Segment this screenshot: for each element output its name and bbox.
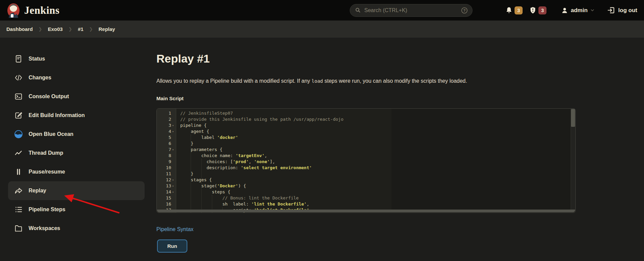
document-icon	[14, 54, 23, 63]
notifications-count-badge[interactable]: 3	[515, 6, 523, 14]
search-icon	[355, 7, 361, 13]
sidebar-item-label: Open Blue Ocean	[29, 131, 73, 137]
description-text: steps were run, you can also modify the …	[323, 78, 467, 84]
breadcrumb-replay[interactable]: Replay	[99, 26, 115, 32]
fold-toggle-icon[interactable]: ▾	[171, 122, 175, 128]
breadcrumb: Dashboard ❯ Exo03 ❯ #1 ❯ Replay	[0, 21, 644, 38]
user-menu[interactable]: admin	[561, 7, 595, 14]
replay-arrow-icon	[14, 186, 23, 195]
sidebar-item-label: Workspaces	[29, 225, 60, 231]
sidebar-item-console-output[interactable]: Console Output	[8, 87, 145, 106]
sidebar-item-label: Changes	[29, 75, 51, 81]
sidebar-item-pipeline-steps[interactable]: Pipeline Steps	[8, 200, 145, 219]
editor-vertical-scrollbar[interactable]	[571, 109, 575, 210]
replay-description: Allows you to replay a Pipeline build wi…	[156, 78, 467, 84]
blue-ocean-icon	[14, 130, 23, 139]
logout-label: log out	[618, 7, 637, 14]
jenkins-logo-icon	[7, 3, 20, 18]
main-script-label: Main Script	[156, 96, 184, 101]
sidebar-item-changes[interactable]: Changes	[8, 68, 145, 87]
jenkins-home-link[interactable]: Jenkins	[7, 3, 60, 18]
indent-guide	[201, 159, 202, 213]
sidebar-item-status[interactable]: Status	[8, 49, 145, 68]
terminal-icon	[14, 92, 23, 101]
breadcrumb-build[interactable]: #1	[78, 26, 83, 32]
sidebar-item-label: Console Output	[29, 94, 69, 100]
sidebar-item-workspaces[interactable]: Workspaces	[8, 219, 145, 238]
logout-button[interactable]: log out	[607, 6, 637, 14]
breadcrumb-separator-icon: ❯	[89, 27, 93, 32]
sidebar-item-label: Edit Build Information	[29, 112, 85, 118]
inline-code-load: load	[312, 78, 323, 84]
sidebar-item-label: Status	[29, 56, 45, 62]
code-icon	[14, 73, 23, 82]
shield-warning-icon	[529, 6, 537, 14]
help-icon[interactable]: ?	[461, 7, 468, 14]
sidebar-item-edit-build-information[interactable]: Edit Build Information	[8, 106, 145, 125]
edit-icon	[14, 111, 23, 120]
editor-background-panel	[391, 109, 571, 210]
breadcrumb-separator-icon: ❯	[38, 27, 42, 32]
breadcrumb-dashboard[interactable]: Dashboard	[6, 26, 33, 32]
top-bar: Jenkins ? 3 3	[0, 0, 644, 21]
description-text: Allows you to replay a Pipeline build wi…	[156, 78, 312, 84]
sidebar-item-label: Pipeline Steps	[29, 207, 65, 213]
indent-guide	[191, 135, 191, 213]
search-box[interactable]: ?	[350, 4, 472, 17]
sidebar-item-label: Pause/resume	[29, 169, 65, 175]
sidebar-item-label: Thread Dump	[29, 150, 63, 156]
breadcrumb-job[interactable]: Exo03	[48, 26, 63, 32]
logout-icon	[607, 6, 615, 14]
sidebar-item-pause-resume[interactable]: Pause/resume	[8, 162, 145, 181]
security-count-badge[interactable]: 3	[538, 6, 546, 14]
fold-toggle-icon[interactable]: ▾	[171, 177, 175, 183]
run-button[interactable]: Run	[157, 239, 187, 253]
build-sidebar: Status Changes Console Output Edit Build…	[0, 49, 151, 238]
steps-list-icon	[14, 205, 23, 214]
sidebar-item-replay[interactable]: Replay	[8, 181, 145, 200]
folder-icon	[14, 224, 23, 233]
fold-toggle-icon[interactable]: ▾	[171, 147, 175, 153]
sidebar-item-thread-dump[interactable]: Thread Dump	[8, 144, 145, 162]
bell-icon	[505, 6, 513, 14]
vertical-scrollbar-thumb[interactable]	[571, 109, 575, 127]
breadcrumb-separator-icon: ❯	[68, 27, 72, 32]
pipeline-script-editor[interactable]: 1// JenkinsfileStep072// provide this Je…	[156, 108, 576, 213]
username-label: admin	[571, 7, 588, 14]
pipeline-syntax-link[interactable]: Pipeline Syntax	[156, 226, 193, 232]
activity-icon	[14, 149, 23, 157]
page-title: Replay #1	[156, 52, 210, 65]
security-warnings-button[interactable]: 3	[529, 6, 546, 14]
fold-toggle-icon[interactable]: ▾	[171, 189, 175, 195]
sidebar-item-label: Replay	[29, 188, 46, 194]
person-icon	[561, 7, 568, 14]
svg-text:?: ?	[463, 8, 466, 12]
sidebar-item-open-blue-ocean[interactable]: Open Blue Ocean	[8, 125, 145, 144]
fold-toggle-icon[interactable]: ▾	[171, 183, 175, 189]
search-input[interactable]	[364, 7, 461, 13]
brand-title: Jenkins	[24, 4, 60, 16]
chevron-down-icon	[590, 8, 595, 13]
fold-toggle-icon[interactable]: ▾	[171, 128, 175, 135]
pause-icon	[14, 167, 23, 176]
horizontal-scrollbar-thumb[interactable]	[157, 210, 575, 212]
notifications-button[interactable]: 3	[505, 6, 523, 14]
